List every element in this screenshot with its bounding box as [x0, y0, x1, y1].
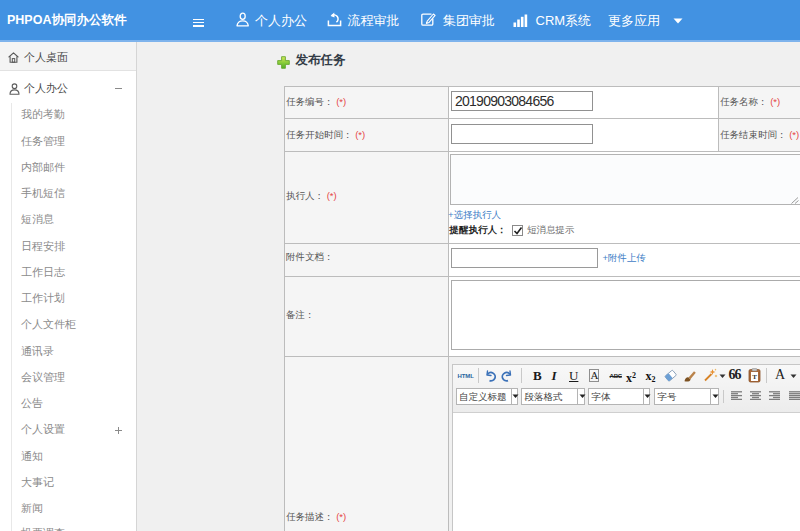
- svg-text:T: T: [752, 373, 757, 381]
